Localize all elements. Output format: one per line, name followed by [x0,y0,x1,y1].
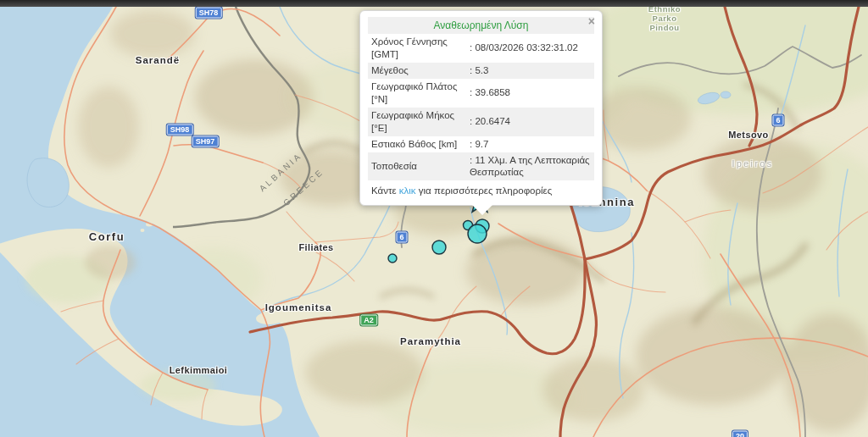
earthquake-popup: × Αναθεωρημένη Λύση Χρόνος Γέννησης [GMT… [359,10,603,206]
row-label: Χρόνος Γέννησης [GMT] [371,36,470,61]
close-icon[interactable]: × [588,15,595,27]
popup-row-location: Τοποθεσία : 11 Χλμ. Α της Λεπτοκαριάς Θε… [368,152,594,181]
footer-text: Κάντε [371,185,399,196]
row-label: Εστιακό Βάθος [km] [371,138,470,151]
row-value: : 9.7 [470,138,591,151]
popup-row-magnitude: Μέγεθος : 5.3 [368,63,594,79]
row-label: Μέγεθος [371,64,470,77]
popup-footer: Κάντε κλικ για περισσότερες πληροφορίες [368,180,594,198]
popup-row-latitude: Γεωγραφικό Πλάτος [°N] : 39.6858 [368,79,594,108]
row-value: : 08/03/2026 03:32:31.02 [470,41,591,54]
row-label: Γεωγραφικό Πλάτος [°N] [371,80,470,106]
earthquake-event-marker[interactable] [432,241,446,254]
row-value: : 20.6474 [470,115,591,128]
top-toolbar [0,0,868,7]
popup-title: Αναθεωρημένη Λύση [368,17,594,34]
earthquake-event-marker[interactable] [468,224,487,243]
row-label: Γεωγραφικό Μήκος [°E] [371,109,470,135]
popup-row-longitude: Γεωγραφικό Μήκος [°E] : 20.6474 [368,108,594,136]
popup-row-origin-time: Χρόνος Γέννησης [GMT] : 08/03/2026 03:32… [368,34,594,63]
row-value: : 39.6858 [470,86,591,99]
row-label: Τοποθεσία [371,160,470,173]
popup-row-depth: Εστιακό Βάθος [km] : 9.7 [368,136,594,152]
seismic-map-app: SarandëCorfuLefkimmaioiFiliatesIgoumenit… [0,0,868,437]
more-info-link[interactable]: κλικ [399,185,416,196]
earthquake-event-marker[interactable] [388,254,397,263]
footer-text: για περισσότερες πληροφορίες [416,185,553,196]
row-value: : 11 Χλμ. Α της Λεπτοκαριάς Θεσπρωτίας [470,154,591,180]
row-value: : 5.3 [470,64,591,77]
